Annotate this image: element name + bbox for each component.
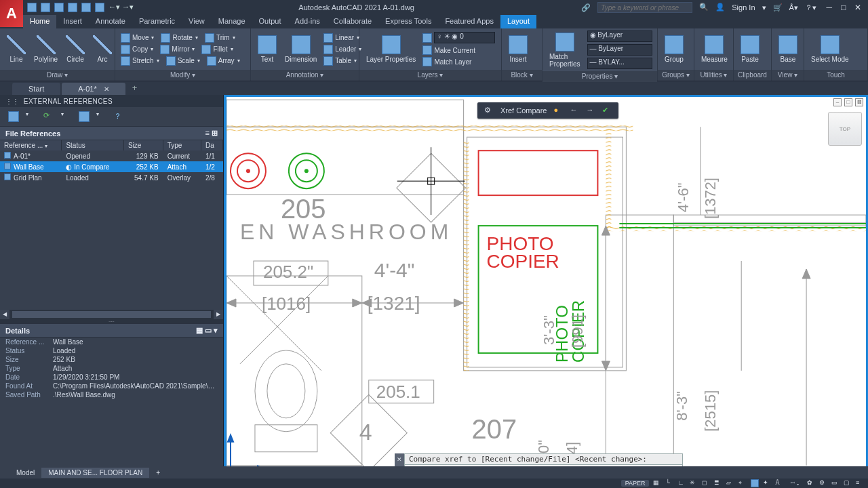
palette-header[interactable]: ⋮⋮ EXTERNAL REFERENCES xyxy=(0,95,223,107)
help-icon[interactable]: ？▾ xyxy=(805,3,816,13)
paste-button[interactable]: Paste xyxy=(738,34,762,64)
layer-properties-button[interactable]: Layer Properties xyxy=(363,34,418,64)
xref-row[interactable]: Grid PlanLoaded54.7 KBOverlay2/8 xyxy=(0,172,223,183)
scroll-right-icon[interactable]: ▶ xyxy=(214,310,223,319)
prop-combo-0[interactable]: ◉ ByLayer xyxy=(586,30,654,43)
panel-label[interactable]: Draw ▾ xyxy=(0,70,115,81)
dimension-button[interactable]: Dimension xyxy=(282,34,319,64)
ribbon-tab-featured-apps[interactable]: Featured Apps xyxy=(438,15,500,28)
polar-icon[interactable]: ✳ xyxy=(690,479,698,487)
stretch-button[interactable]: Stretch▾ xyxy=(119,56,161,66)
ribbon-tab-insert[interactable]: Insert xyxy=(56,15,89,28)
listview-icon[interactable]: ≡ xyxy=(205,129,210,137)
grid-icon[interactable]: ▦ xyxy=(653,479,661,487)
clean-icon[interactable]: ▢ xyxy=(844,479,852,487)
array-button[interactable]: Array▾ xyxy=(205,56,241,66)
panel-label[interactable]: Groups ▾ xyxy=(658,70,694,81)
open-icon[interactable] xyxy=(41,3,50,12)
ribbon-tab-layout[interactable]: Layout xyxy=(500,15,536,28)
ribbon-tab-annotate[interactable]: Annotate xyxy=(89,15,132,28)
ribbon-tab-collaborate[interactable]: Collaborate xyxy=(327,15,378,28)
signin-dd-icon[interactable]: ▾ xyxy=(762,3,766,12)
panel-label[interactable]: Layers ▾ xyxy=(359,70,501,81)
trans-icon[interactable]: ▱ xyxy=(726,479,734,487)
minimize-icon[interactable]: ─ xyxy=(823,3,835,12)
group-button[interactable]: Group xyxy=(662,34,686,64)
ortho-icon[interactable]: ∟ xyxy=(677,479,686,487)
ribbon-tab-manage[interactable]: Manage xyxy=(212,15,252,28)
base-button[interactable]: Base xyxy=(776,34,800,64)
status-paper[interactable]: PAPER xyxy=(621,480,650,487)
gear2-icon[interactable]: ⚙ xyxy=(819,479,827,487)
dd-icon[interactable]: ▾ xyxy=(96,111,107,122)
copy-button[interactable]: Copy▾ xyxy=(119,44,155,55)
tab-layout-active[interactable]: MAIN AND SE... FLOOR PLAN xyxy=(41,468,149,478)
panel-label[interactable]: Properties ▾ xyxy=(542,71,657,82)
help-search-input[interactable] xyxy=(597,2,692,13)
iso-icon[interactable]: ▭ xyxy=(831,479,840,487)
ribbon-tab-express-tools[interactable]: Express Tools xyxy=(378,15,438,28)
add-layout-button[interactable]: + xyxy=(149,468,167,478)
scale-dd[interactable]: ⎶ ▾ xyxy=(787,480,803,487)
match-layer-button[interactable]: Match Layer xyxy=(421,56,496,67)
undo-icon[interactable] xyxy=(95,3,104,12)
arc-button[interactable]: Arc xyxy=(90,34,115,64)
treeview-icon[interactable]: ⊞ xyxy=(212,129,218,137)
linear-button[interactable]: Linear ▾ xyxy=(322,33,363,43)
measure-button[interactable]: Measure xyxy=(698,34,730,64)
tree-icon[interactable] xyxy=(79,111,90,122)
mirror-button[interactable]: Mirror▾ xyxy=(159,44,196,55)
prop-combo-1[interactable]: — ByLayer xyxy=(586,43,654,56)
redo-arrow-icon[interactable]: →▾ xyxy=(122,3,132,12)
line-button[interactable]: Line xyxy=(4,34,28,64)
plot-icon[interactable] xyxy=(81,3,91,12)
qs-icon[interactable]: ⌖ xyxy=(738,479,747,487)
maximize-icon[interactable]: □ xyxy=(837,3,850,12)
scroll-left-icon[interactable]: ◀ xyxy=(0,310,9,319)
drawing-canvas[interactable]: – □ ⊠ TOP ⚙ Xref Compare ● ← → ✔ xyxy=(224,95,868,479)
ws-icon[interactable]: ✿ xyxy=(807,479,815,487)
dd-icon[interactable]: ▾ xyxy=(26,111,37,122)
saveas-icon[interactable] xyxy=(68,3,77,12)
match-properties-button[interactable]: Match Properties xyxy=(547,31,583,69)
annoscale-icon[interactable] xyxy=(751,479,759,487)
app-logo[interactable]: A xyxy=(0,0,23,27)
leader-button[interactable]: Leader ▾ xyxy=(322,44,363,55)
osnap-icon[interactable]: ◻ xyxy=(702,479,710,487)
new-icon[interactable] xyxy=(27,3,37,12)
close-icon[interactable]: ✕ xyxy=(852,3,864,12)
tab-close-icon[interactable]: ✕ xyxy=(104,85,109,93)
lwt-icon[interactable]: ≣ xyxy=(714,479,722,487)
panel-label[interactable]: View ▾ xyxy=(772,70,804,81)
preview-icon[interactable]: ▭ xyxy=(205,326,212,334)
prop-combo-2[interactable]: — BYLAY... xyxy=(586,57,654,70)
ribbon-tab-add-ins[interactable]: Add-ins xyxy=(288,15,327,28)
file-references-header[interactable]: File References ≡ ⊞ xyxy=(0,126,223,140)
signin-label[interactable]: Sign In xyxy=(732,3,755,12)
ribbon-tab-output[interactable]: Output xyxy=(252,15,288,28)
save-icon[interactable] xyxy=(54,3,64,12)
ribbon-tab-home[interactable]: Home xyxy=(23,15,56,28)
app-store-icon[interactable]: Å▾ xyxy=(789,3,798,12)
refresh-icon[interactable]: ⟳ xyxy=(43,111,54,122)
panel-label[interactable]: Modify ▾ xyxy=(115,70,250,81)
share-icon[interactable]: 🔗 xyxy=(581,3,591,12)
text-button[interactable]: Text xyxy=(255,34,279,64)
dd-icon[interactable]: ▾ xyxy=(61,111,72,122)
cmd-close-icon[interactable]: ✕ xyxy=(397,456,402,463)
insert-button[interactable]: Insert xyxy=(506,34,530,64)
new-tab-button[interactable]: + xyxy=(127,81,143,95)
ribbon-tab-parametric[interactable]: Parametric xyxy=(132,15,182,28)
make-current-button[interactable]: Make Current xyxy=(421,45,496,56)
panel-label[interactable]: Utilities ▾ xyxy=(694,70,733,81)
move-button[interactable]: Move▾ xyxy=(119,33,155,43)
panel-label[interactable]: Clipboard xyxy=(734,70,771,81)
tab-a01[interactable]: A-01*✕ xyxy=(62,83,125,95)
palette-grip-icon[interactable]: ⋮⋮ xyxy=(5,98,20,105)
custom-icon[interactable]: ≡ xyxy=(856,479,864,487)
polyline-button[interactable]: Polyline xyxy=(31,34,60,64)
table-button[interactable]: Table ▾ xyxy=(322,56,363,66)
selectmode-button[interactable]: Select Mode xyxy=(808,34,852,64)
help2-icon[interactable]: ？ xyxy=(114,111,125,122)
attach-icon[interactable] xyxy=(8,111,19,122)
